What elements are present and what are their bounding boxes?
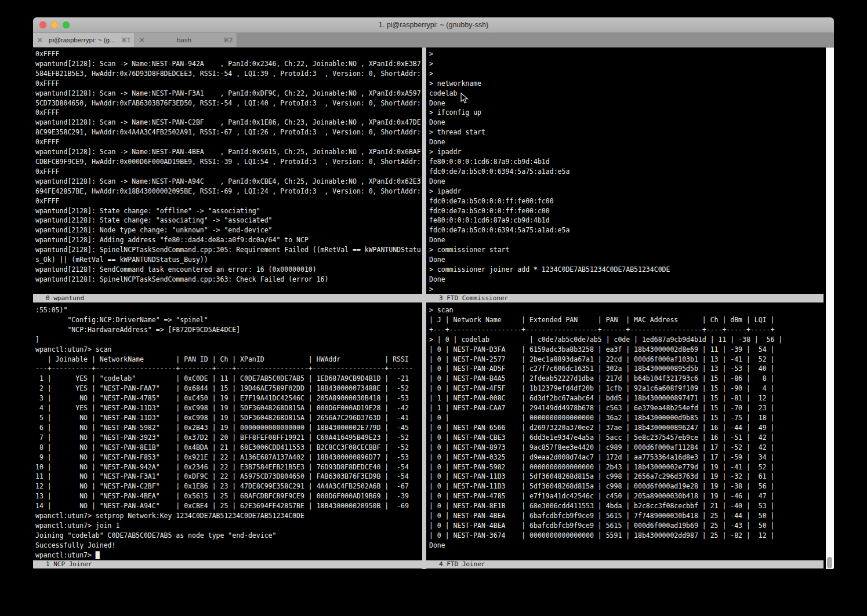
tab-close-icon[interactable]: ✕ [139,37,144,44]
pane-title-ftd-joiner: 4 FTD Joiner [426,560,824,568]
tab-shortcut: ⌘1 [121,37,130,43]
pane-ncp-joiner-cli[interactable]: :55:05)" "Config:NCP:DriverName" => "spi… [33,302,422,560]
pane-ftd-commissioner-cli[interactable]: > > > > networkname codelab Done > ifcon… [426,48,826,294]
window-titlebar[interactable]: 1. pi@raspberrypi: ~ (gnubby-ssh) [33,17,834,33]
scrollbar-track[interactable] [826,48,834,569]
pane-title-ftd-commissioner: 3 FTD Commissioner [426,294,824,302]
tab-close-icon[interactable]: ✕ [37,37,42,44]
pane-divider[interactable] [422,48,426,569]
tmux-session: 0xFFFF wpantund[2128]: Scan -> Name:NEST… [33,48,834,569]
tab-ssh-session[interactable]: ✕ pi@raspberrypi: ~ (g... ⌘1 [33,33,135,47]
tab-bash[interactable]: ✕ bash ⌘2 [135,33,237,47]
tab-label: bash [148,37,220,43]
scrollbar-thumb[interactable] [827,557,832,568]
tab-label: pi@raspberrypi: ~ (g... [46,37,118,43]
window-title: 1. pi@raspberrypi: ~ (gnubby-ssh) [33,17,834,32]
tab-bar: ✕ pi@raspberrypi: ~ (g... ⌘1 ✕ bash ⌘2 [33,33,834,48]
pane-ftd-joiner-cli[interactable]: > scan | J | Network Name | Extended PAN… [426,302,826,560]
pane-title-ncp-joiner: 1 NCP Joiner [33,560,422,568]
pane-title-wpantund: 0 wpantund [33,294,422,302]
tab-shortcut: ⌘2 [223,37,233,43]
pane-wpantund-log[interactable]: 0xFFFF wpantund[2128]: Scan -> Name:NEST… [33,48,422,294]
desktop-background: 1. pi@raspberrypi: ~ (gnubby-ssh) ✕ pi@r… [0,0,867,616]
terminal-window: 1. pi@raspberrypi: ~ (gnubby-ssh) ✕ pi@r… [33,17,834,569]
